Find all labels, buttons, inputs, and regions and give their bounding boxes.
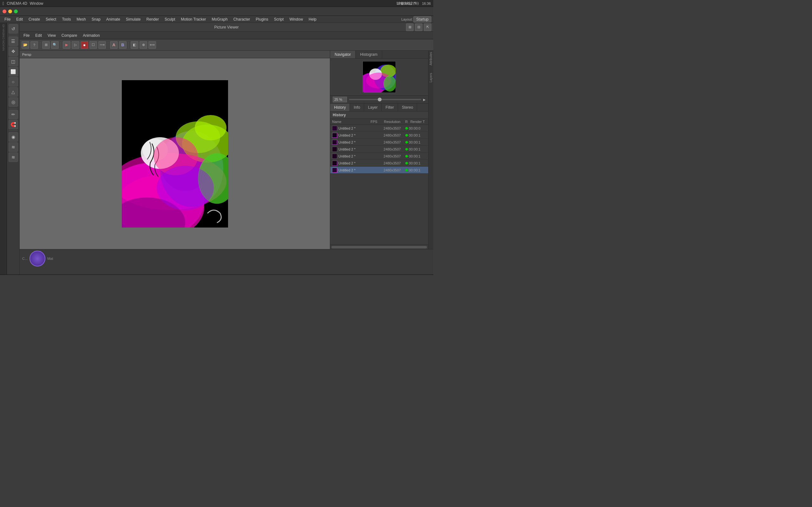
- navigator-tabs: Navigator Histogram: [330, 51, 428, 59]
- tab-filter[interactable]: Filter: [382, 104, 398, 111]
- menu-animate[interactable]: Animate: [104, 16, 123, 22]
- pv-sep-4: [129, 42, 129, 48]
- pv-render-region-btn[interactable]: ☐: [90, 41, 97, 49]
- pv-render-all-btn[interactable]: ▷: [72, 41, 79, 49]
- sidebar-tool-cube[interactable]: ⬜: [9, 67, 18, 76]
- green-dot: [405, 127, 408, 130]
- pv-zoom-btn[interactable]: 🔍: [51, 41, 59, 49]
- app-name[interactable]: CINEMA 4D: [7, 1, 27, 6]
- svg-point-12: [195, 115, 226, 140]
- traffic-lights[interactable]: [3, 9, 18, 13]
- pv-info-btn[interactable]: ?: [31, 41, 38, 49]
- window-menu[interactable]: Window: [30, 1, 44, 6]
- pv-menubar: File Edit View Compare Animation: [20, 32, 433, 39]
- pv-render-btn[interactable]: ▶: [63, 41, 70, 49]
- zoom-thumb[interactable]: [378, 98, 382, 101]
- scrollbar-track[interactable]: [332, 246, 427, 248]
- material-label: Mat: [47, 257, 53, 261]
- pv-menu-view[interactable]: View: [45, 33, 58, 38]
- menu-motion-tracker[interactable]: Motion Tracker: [178, 16, 208, 22]
- pv-sep-3: [108, 42, 108, 48]
- menu-simulate[interactable]: Simulate: [123, 16, 143, 22]
- apple-icon[interactable]: : [3, 1, 4, 6]
- menu-tools[interactable]: Tools: [59, 16, 73, 22]
- menu-script[interactable]: Script: [271, 16, 287, 22]
- pv-render-to-btn[interactable]: ⟶: [98, 41, 106, 49]
- sidebar-tool-effect[interactable]: ≋: [9, 153, 18, 162]
- history-row[interactable]: Untitled 2 * 2480x3507 00:00:1: [330, 132, 428, 139]
- pv-expand-btn[interactable]: ⊟: [415, 23, 422, 31]
- menu-character[interactable]: Character: [231, 16, 253, 22]
- row-name: Untitled 2 *: [339, 161, 368, 165]
- pv-compare2-btn[interactable]: ⊕: [140, 41, 147, 49]
- tab-stereo[interactable]: Stereo: [398, 104, 417, 111]
- pv-compare-btn[interactable]: ◧: [131, 41, 138, 49]
- attributes-tab[interactable]: Attributes: [429, 52, 433, 65]
- sidebar-tool-material[interactable]: ◉: [9, 132, 18, 142]
- sidebar-tool-undo[interactable]: ↺: [9, 24, 18, 34]
- pv-menu-compare[interactable]: Compare: [59, 33, 80, 38]
- menu-window[interactable]: Window: [287, 16, 305, 22]
- row-time: 00:00:1: [409, 133, 426, 137]
- menu-mesh[interactable]: Mesh: [74, 16, 88, 22]
- menu-sculpt[interactable]: Sculpt: [162, 16, 177, 22]
- sidebar-tool-cone[interactable]: △: [9, 87, 18, 97]
- menu-select[interactable]: Select: [43, 16, 59, 22]
- close-button[interactable]: [3, 9, 6, 13]
- history-row[interactable]: Untitled 2 * 2480x3507 00:00:1: [330, 160, 428, 167]
- green-dot: [405, 148, 408, 151]
- pv-toolbar: 📂 ? ⊞ 🔍 ▶ ▷ ■ ☐ ⟶ A B ◧ ⊕ ⟺: [20, 39, 433, 51]
- menu-file[interactable]: File: [2, 16, 13, 22]
- history-row[interactable]: Untitled 2 * 2480x3507 00:00:1: [330, 146, 428, 153]
- menu-help[interactable]: Help: [306, 16, 319, 22]
- pv-grid-btn[interactable]: ⊞: [42, 41, 50, 49]
- layers-tab[interactable]: Layers: [429, 73, 433, 82]
- material-ball[interactable]: [30, 250, 45, 267]
- history-column-headers: Name FPS Resolution R Render T: [330, 119, 428, 125]
- pv-compare3-btn[interactable]: ⟺: [148, 41, 156, 49]
- menu-edit[interactable]: Edit: [14, 16, 26, 22]
- menu-plugins[interactable]: Plugins: [253, 16, 270, 22]
- menu-render[interactable]: Render: [144, 16, 161, 22]
- sidebar-tool-view[interactable]: ☰: [9, 37, 18, 46]
- sidebar-tool-torus[interactable]: ◎: [9, 97, 18, 107]
- pv-render-frame-btn[interactable]: ■: [81, 41, 88, 49]
- maximize-button[interactable]: [14, 9, 18, 13]
- tab-navigator[interactable]: Navigator: [330, 51, 356, 58]
- zoom-slider[interactable]: [349, 99, 421, 100]
- sidebar-tool-move[interactable]: ✥: [9, 47, 18, 56]
- pv-menu-edit[interactable]: Edit: [33, 33, 44, 38]
- sidebar-tool-rotate[interactable]: ◫: [9, 57, 18, 66]
- menu-mograph[interactable]: MoGraph: [209, 16, 230, 22]
- row-time: 00:00:1: [409, 161, 426, 165]
- sidebar-tool-pen[interactable]: ✏: [9, 110, 18, 119]
- minimize-button[interactable]: [8, 9, 12, 13]
- pv-text-b-btn[interactable]: B: [119, 41, 126, 49]
- sidebar-tool-sphere[interactable]: ○: [9, 77, 18, 87]
- menu-create[interactable]: Create: [26, 16, 43, 22]
- zoom-arrow[interactable]: ▶: [423, 98, 426, 101]
- c4d-brand: MAXON CINEMA 4D: [2, 24, 5, 51]
- sidebar-tool-magnet[interactable]: 🧲: [9, 120, 18, 129]
- layout-value[interactable]: Startup: [413, 16, 432, 22]
- viewport-content[interactable]: [20, 58, 330, 249]
- pv-layout-btn[interactable]: ⊞: [406, 23, 414, 31]
- history-row[interactable]: Untitled 2 * 2480x3507 00:00:1: [330, 139, 428, 146]
- sidebar-sep-3: [9, 130, 18, 131]
- menu-snap[interactable]: Snap: [89, 16, 103, 22]
- tab-histogram[interactable]: Histogram: [356, 51, 382, 58]
- tab-layer[interactable]: Layer: [364, 104, 382, 111]
- sidebar-tool-deform[interactable]: ≋: [9, 142, 18, 152]
- pv-open-btn[interactable]: 📂: [21, 41, 29, 49]
- pv-text-a-btn[interactable]: A: [110, 41, 118, 49]
- history-row[interactable]: Untitled 2 * 2480x3507 00:00:0: [330, 125, 428, 132]
- history-row-selected[interactable]: Untitled 2 * 2480x3507 00:00:1: [330, 167, 428, 174]
- pv-menu-animation[interactable]: Animation: [80, 33, 102, 38]
- tab-history[interactable]: History: [330, 104, 350, 111]
- history-row[interactable]: Untitled 2 * 2480x3507 00:00:1: [330, 153, 428, 160]
- pv-arrows-btn[interactable]: ⇱: [424, 23, 432, 31]
- pv-menu-file[interactable]: File: [21, 33, 32, 38]
- zoom-input[interactable]: 25 %: [333, 97, 347, 102]
- tab-info[interactable]: Info: [350, 104, 364, 111]
- panel-scrollbar[interactable]: [330, 245, 428, 249]
